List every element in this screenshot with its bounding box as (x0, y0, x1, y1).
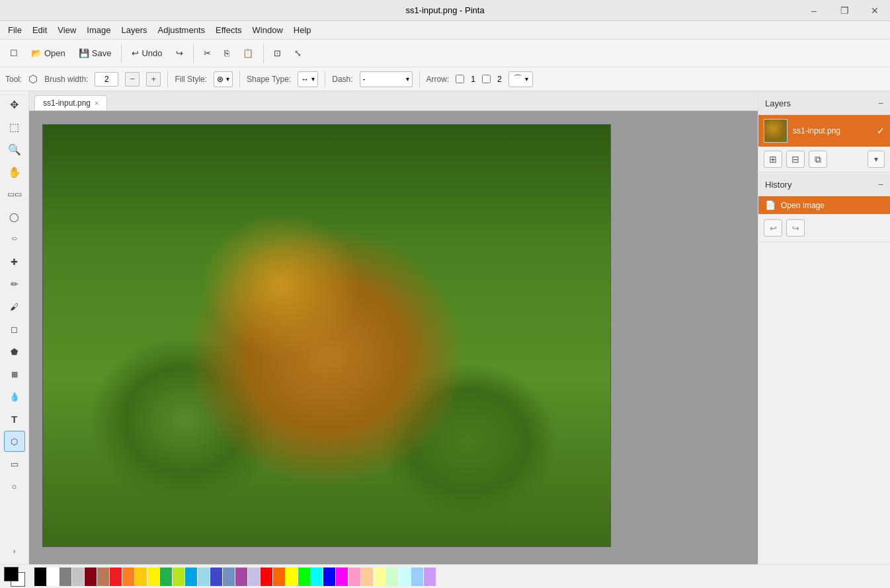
color-swatch[interactable] (110, 568, 122, 586)
fill-style-combo[interactable]: ⊛ ▾ (214, 71, 233, 87)
color-swatch[interactable] (72, 568, 84, 586)
color-swatch[interactable] (273, 568, 285, 586)
curve-type-combo[interactable]: ⌒ ▾ (508, 71, 533, 87)
history-item-open-image[interactable]: 📄 Open Image (758, 196, 890, 214)
menu-item-image[interactable]: Image (81, 22, 116, 38)
color-swatch[interactable] (248, 568, 260, 586)
merge-layer-button[interactable]: ⊟ (786, 151, 805, 168)
color-swatch[interactable] (147, 568, 159, 586)
color-swatch[interactable] (411, 568, 423, 586)
menu-item-view[interactable]: View (52, 22, 81, 38)
canvas-image[interactable] (42, 124, 611, 547)
color-palette (34, 568, 436, 586)
color-swatch[interactable] (348, 568, 360, 586)
text-tool-button[interactable]: T (4, 408, 25, 429)
menu-item-adjustments[interactable]: Adjustments (152, 22, 210, 38)
layer-visible-check[interactable]: ✓ (877, 126, 885, 136)
eyedropper-tool-button[interactable]: ✚ (4, 251, 25, 272)
history-redo-button[interactable]: ↪ (786, 219, 805, 237)
close-button[interactable]: ✕ (860, 0, 890, 20)
crop-button[interactable]: ⊡ (268, 45, 287, 61)
zoom-tool-button[interactable]: 🔍 (4, 139, 25, 160)
color-swatch[interactable] (210, 568, 222, 586)
color-picker-tool-button[interactable]: 💧 (4, 386, 25, 407)
shape-type-combo[interactable]: ↔ ▾ (298, 71, 318, 87)
dash-combo[interactable]: - ▾ (360, 71, 413, 87)
color-swatch[interactable] (424, 568, 436, 586)
pencil-tool-button[interactable]: ✏ (4, 274, 25, 295)
ellipse-select-tool-button[interactable]: ◯ (4, 206, 25, 227)
menu-item-layers[interactable]: Layers (116, 22, 152, 38)
color-swatch[interactable] (298, 568, 310, 586)
resize-button[interactable]: ⤡ (288, 45, 307, 61)
arrow-2-checkbox[interactable] (482, 75, 491, 83)
shape-tool-button[interactable]: ⬡ (4, 431, 25, 452)
dash-value: - (363, 75, 366, 84)
color-swatch[interactable] (286, 568, 298, 586)
rect-shape-tool-button[interactable]: ▭ (4, 453, 25, 474)
redo-button[interactable]: ↪ (170, 45, 189, 61)
brush-width-increase[interactable]: + (146, 72, 161, 87)
color-swatch[interactable] (97, 568, 109, 586)
tab-close-button[interactable]: × (95, 99, 99, 107)
cut-button[interactable]: ✂ (198, 45, 217, 61)
menu-item-window[interactable]: Window (247, 22, 288, 38)
undo-button[interactable]: ↩ Undo (126, 45, 168, 61)
ellipse-shape-tool-button[interactable]: ○ (4, 476, 25, 497)
copy-button[interactable]: ⎘ (218, 45, 235, 61)
color-swatch[interactable] (160, 568, 172, 586)
fill-tool-button[interactable]: ⬟ (4, 341, 25, 362)
menu-item-file[interactable]: File (3, 22, 27, 38)
eraser-tool-button[interactable]: ◻ (4, 318, 25, 340)
add-layer-button[interactable]: ⊞ (764, 151, 782, 168)
color-swatch[interactable] (85, 568, 97, 586)
brush-width-input[interactable] (95, 72, 118, 87)
layer-item[interactable]: ss1-input.png ✓ (758, 115, 890, 147)
new-button[interactable]: ☐ (4, 45, 24, 61)
color-swatch[interactable] (374, 568, 385, 586)
brush-width-decrease[interactable]: − (125, 72, 140, 87)
gradient-tool-button[interactable]: ▦ (4, 363, 25, 385)
color-swatch[interactable] (235, 568, 247, 586)
expand-toolbox-button[interactable]: › (4, 540, 25, 562)
selection-tool-button[interactable]: ⬚ (4, 116, 25, 137)
maximize-button[interactable]: ❐ (829, 0, 860, 20)
color-swatch[interactable] (122, 568, 134, 586)
brush-tool-button[interactable]: 🖌 (4, 296, 25, 317)
menu-item-help[interactable]: Help (288, 22, 317, 38)
color-swatch[interactable] (135, 568, 147, 586)
color-swatch[interactable] (198, 568, 210, 586)
history-undo-button[interactable]: ↩ (764, 219, 782, 237)
pan-tool-button[interactable]: ✋ (4, 161, 25, 182)
duplicate-layer-button[interactable]: ⧉ (809, 151, 827, 168)
foreground-color-swatch[interactable] (4, 567, 19, 581)
layers-collapse-button[interactable]: − (878, 98, 883, 108)
menu-item-edit[interactable]: Edit (27, 22, 52, 38)
color-swatch[interactable] (223, 568, 235, 586)
color-swatch[interactable] (323, 568, 335, 586)
color-swatch[interactable] (34, 568, 46, 586)
color-swatch[interactable] (60, 568, 71, 586)
move-tool-button[interactable]: ✥ (4, 94, 25, 115)
menu-item-effects[interactable]: Effects (210, 22, 247, 38)
color-swatch[interactable] (336, 568, 348, 586)
layers-dropdown-button[interactable]: ▾ (868, 151, 885, 168)
canvas-area: ss1-input.png × (29, 91, 758, 564)
color-swatch[interactable] (47, 568, 59, 586)
image-tab[interactable]: ss1-input.png × (34, 95, 107, 110)
color-swatch[interactable] (173, 568, 184, 586)
minimize-button[interactable]: – (799, 0, 829, 20)
color-swatch[interactable] (386, 568, 398, 586)
arrow-1-checkbox[interactable] (456, 75, 464, 83)
rect-select-tool-button[interactable]: ▭▭ (4, 184, 25, 205)
history-collapse-button[interactable]: − (878, 179, 883, 190)
paste-button[interactable]: 📋 (237, 45, 259, 61)
color-swatch[interactable] (399, 568, 411, 586)
color-swatch[interactable] (261, 568, 272, 586)
color-swatch[interactable] (361, 568, 373, 586)
lasso-tool-button[interactable]: ⌔ (4, 229, 25, 250)
open-button[interactable]: 📂 Open (25, 45, 71, 61)
color-swatch[interactable] (311, 568, 323, 586)
color-swatch[interactable] (185, 568, 197, 586)
save-button[interactable]: 💾 Save (73, 45, 118, 61)
